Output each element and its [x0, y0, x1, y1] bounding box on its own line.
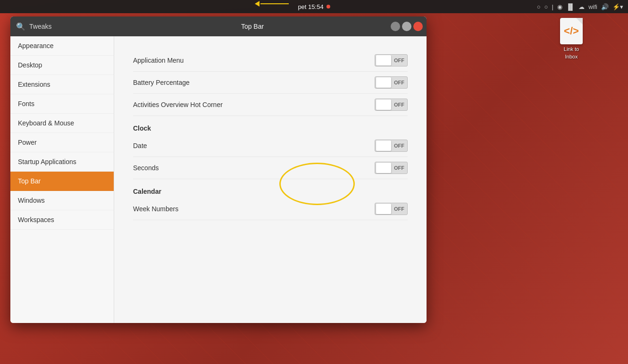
setting-row-seconds: Seconds OFF [133, 157, 408, 179]
clock-section-heading: Clock [133, 124, 408, 132]
desktop-icon-link-to-inbox[interactable]: </> Link to Inbox [553, 18, 590, 59]
battery-percentage-toggle[interactable]: OFF [375, 76, 408, 89]
close-button[interactable]: × [413, 22, 423, 31]
sidebar-item-windows[interactable]: Windows [10, 191, 114, 210]
window-body: Appearance Desktop Extensions Fonts Keyb… [10, 36, 427, 323]
desktop-icon-label-line2: Inbox [565, 54, 578, 59]
sidebar-item-keyboard-mouse[interactable]: Keyboard & Mouse [10, 114, 114, 133]
tray-icon-4[interactable]: ◉ [557, 3, 562, 10]
tray-icon-6[interactable]: ☁ [578, 3, 585, 10]
application-menu-toggle-label: OFF [392, 58, 404, 63]
activities-overview-label: Activities Overview Hot Corner [133, 101, 223, 108]
search-icon[interactable]: 🔍 [16, 22, 25, 31]
desktop-icon-image: </> [560, 18, 583, 44]
calendar-section-heading: Calendar [133, 188, 408, 195]
sidebar: Appearance Desktop Extensions Fonts Keyb… [10, 36, 114, 323]
setting-row-week-numbers: Week Numbers OFF [133, 198, 408, 220]
tray-icon-1[interactable]: ○ [537, 3, 541, 10]
seconds-toggle[interactable]: OFF [375, 162, 408, 174]
main-content: Application Menu OFF Battery Percentage … [114, 36, 427, 323]
setting-row-date: Date OFF [133, 135, 408, 157]
sidebar-item-desktop[interactable]: Desktop [10, 56, 114, 75]
app-name-label: Tweaks [29, 23, 51, 30]
window-controls: ⊞ − × [391, 22, 427, 31]
sidebar-item-appearance[interactable]: Appearance [10, 36, 114, 56]
sidebar-item-top-bar[interactable]: Top Bar [10, 172, 114, 191]
battery-percentage-toggle-label: OFF [392, 80, 404, 85]
application-menu-toggle[interactable]: OFF [375, 54, 408, 66]
arrow-annotation [255, 1, 289, 7]
tweaks-window: 🔍 Tweaks Top Bar ⊞ − × Appearance Deskto… [10, 17, 427, 323]
seconds-toggle-label: OFF [392, 165, 404, 171]
tray-icon-5[interactable]: ▐▌ [566, 3, 575, 10]
clock-area: pet 15:54 [298, 3, 330, 10]
date-toggle-label: OFF [392, 143, 404, 149]
tray-icon-2[interactable]: ○ [544, 3, 548, 10]
sidebar-item-power[interactable]: Power [10, 133, 114, 152]
activities-overview-toggle[interactable]: OFF [375, 99, 408, 111]
grid-button[interactable]: ⊞ [391, 22, 400, 31]
arrow-head [255, 1, 260, 7]
setting-row-battery-percentage: Battery Percentage OFF [133, 72, 408, 94]
battery-percentage-label: Battery Percentage [133, 79, 190, 86]
file-icon-symbol: </> [564, 25, 579, 37]
tray-icon-9[interactable]: ⚡▾ [612, 3, 623, 10]
sidebar-item-fonts[interactable]: Fonts [10, 94, 114, 114]
application-menu-label: Application Menu [133, 57, 184, 64]
week-numbers-label: Week Numbers [133, 205, 178, 213]
sidebar-item-extensions[interactable]: Extensions [10, 75, 114, 94]
clock-dot [327, 5, 330, 8]
seconds-label: Seconds [133, 164, 159, 172]
minimize-button[interactable]: − [402, 22, 411, 31]
titlebar-left: 🔍 Tweaks [10, 22, 114, 31]
desktop-icon-label-line1: Link to [564, 46, 579, 52]
date-toggle[interactable]: OFF [375, 140, 408, 152]
setting-row-application-menu: Application Menu OFF [133, 50, 408, 72]
system-tray: ○ ○ | ◉ ▐▌ ☁ wifi 🔊 ⚡▾ [537, 3, 628, 10]
tray-icon-8[interactable]: 🔊 [601, 3, 609, 10]
arrow-line [260, 3, 289, 4]
window-title: Top Bar [114, 23, 391, 30]
setting-row-activities-overview: Activities Overview Hot Corner OFF [133, 94, 408, 116]
week-numbers-toggle-label: OFF [392, 206, 404, 212]
tray-icon-7[interactable]: wifi [588, 3, 597, 10]
titlebar: 🔍 Tweaks Top Bar ⊞ − × [10, 17, 427, 36]
sidebar-item-workspaces[interactable]: Workspaces [10, 210, 114, 230]
top-panel: pet 15:54 ○ ○ | ◉ ▐▌ ☁ wifi 🔊 ⚡▾ [0, 0, 628, 13]
date-label: Date [133, 142, 147, 149]
activities-overview-toggle-label: OFF [392, 102, 404, 108]
tray-icon-3[interactable]: | [552, 3, 553, 10]
clock-display: pet 15:54 [298, 3, 323, 10]
sidebar-item-startup-applications[interactable]: Startup Applications [10, 152, 114, 172]
week-numbers-toggle[interactable]: OFF [375, 203, 408, 215]
